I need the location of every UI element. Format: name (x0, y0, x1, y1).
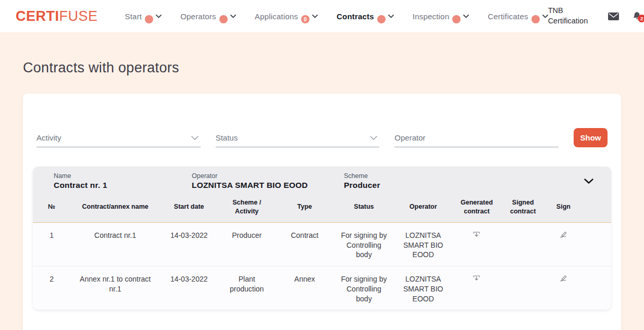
cell-spacer (582, 266, 611, 310)
chevron-down-icon (584, 179, 593, 184)
cell-status: For signing by Controlling body (333, 222, 394, 266)
org-line2: Certification (548, 16, 588, 27)
envelope-icon (608, 12, 619, 20)
top-navbar: CERTIFUSE Start Operators Applications 0… (0, 0, 644, 32)
chevron-down-icon (230, 15, 236, 18)
cell-number: 2 (33, 266, 70, 310)
activity-select[interactable]: Activity (36, 133, 201, 147)
nav-item-label: Start (125, 12, 142, 21)
nav-item-certificates[interactable]: Certificates (488, 12, 548, 21)
notifications-button[interactable]: 2 (632, 11, 642, 21)
group-name: Name Contract nr. 1 (54, 172, 192, 190)
show-button[interactable]: Show (574, 128, 608, 147)
nav-item-contracts[interactable]: Contracts (337, 12, 394, 21)
column-header: Status (333, 195, 394, 222)
nav-item-inspection[interactable]: Inspection (413, 12, 469, 21)
logo-bold-part: CERTI (16, 8, 59, 24)
column-header: Contract/annex name (70, 195, 160, 222)
cell-signed-contract (501, 266, 544, 310)
sign-contract-button[interactable] (559, 274, 568, 284)
group-scheme-value: Producer (344, 181, 582, 190)
page-content: Contracts with operators Activity Status… (0, 60, 644, 330)
signature-pen-icon (559, 274, 568, 283)
nav-count-badge: 0 (301, 15, 309, 23)
contracts-card: Activity Status Operator Show Name Contr… (23, 94, 621, 330)
table-body: 1 Contract nr.1 14-03-2022 Producer Cont… (33, 222, 611, 310)
chevron-down-icon (388, 15, 394, 18)
cell-start-date: 14-03-2022 (160, 222, 218, 266)
chevron-down-icon (463, 15, 469, 18)
chevron-down-icon (370, 136, 377, 140)
nav-item-start[interactable]: Start (125, 12, 162, 21)
cell-operator: LOZNITSA SMART BIO EOOD (394, 266, 452, 310)
column-header: Type (276, 195, 333, 222)
nav-item-label: Operators (180, 12, 216, 21)
nav-count-badge (452, 15, 461, 23)
cell-generated-contract (452, 266, 501, 310)
group-name-value: Contract nr. 1 (54, 181, 192, 190)
group-scheme-label: Scheme (344, 172, 582, 180)
cell-type: Contract (276, 222, 333, 266)
column-header: Operator (394, 195, 452, 222)
chevron-down-icon (542, 15, 548, 18)
messages-button[interactable] (608, 12, 619, 20)
nav-item-label: Inspection (413, 12, 449, 21)
group-operator-label: Operator (192, 172, 344, 180)
group-scheme: Scheme Producer (344, 172, 582, 190)
signature-pen-icon (559, 231, 568, 239)
table-header-row: №Contract/annex nameStart dateScheme / A… (33, 195, 611, 222)
cell-sign (544, 266, 582, 310)
nav-item-label: Certificates (488, 12, 528, 21)
cell-type: Annex (276, 266, 333, 310)
nav-item-label: Applications (255, 12, 298, 21)
status-select[interactable]: Status (216, 133, 380, 147)
nav-count-badge (145, 15, 153, 23)
chevron-down-icon (312, 15, 318, 18)
contracts-table: №Contract/annex nameStart dateScheme / A… (33, 195, 611, 310)
column-header: Sign (544, 195, 582, 222)
collapse-toggle-button[interactable] (582, 175, 596, 187)
nav-item-applications[interactable]: Applications 0 (255, 12, 318, 21)
download-icon (472, 231, 481, 239)
nav-item-operators[interactable]: Operators (180, 12, 236, 21)
cell-status: For signing by Controlling body (333, 266, 394, 310)
cell-operator: LOZNITSA SMART BIO EOOD (394, 222, 452, 266)
column-header-spacer (582, 195, 611, 222)
organization-name: TNB Certification (548, 6, 588, 26)
cell-contract-name: Contract nr.1 (70, 222, 160, 266)
download-contract-button[interactable] (472, 274, 481, 284)
cell-signed-contract (501, 222, 544, 266)
cell-number: 1 (33, 222, 70, 266)
filter-bar: Activity Status Operator Show (36, 128, 608, 147)
group-operator-value: LOZNITSA SMART BIO EOOD (192, 181, 344, 190)
chevron-down-icon (191, 136, 199, 140)
download-icon (472, 274, 481, 283)
activity-select-label: Activity (36, 133, 61, 142)
cell-scheme-activity: Producer (218, 222, 276, 266)
notification-count-badge: 2 (638, 15, 644, 22)
column-header: № (33, 195, 70, 222)
column-header: Signed contract (501, 195, 544, 222)
table-row: 2 Annex nr.1 to contract nr.1 14-03-2022… (33, 266, 611, 310)
nav-count-badge (377, 15, 386, 23)
group-operator: Operator LOZNITSA SMART BIO EOOD (192, 172, 344, 190)
column-header: Scheme / Activity (218, 195, 276, 222)
contract-group-header[interactable]: Name Contract nr. 1 Operator LOZNITSA SM… (33, 167, 611, 195)
app-logo[interactable]: CERTIFUSE (16, 8, 98, 24)
cell-spacer (582, 222, 611, 266)
download-contract-button[interactable] (472, 231, 481, 240)
column-header: Start date (160, 195, 218, 222)
operator-input[interactable]: Operator (394, 133, 559, 147)
navbar-right: TNB Certification 2 GI (548, 6, 644, 26)
contract-group: Name Contract nr. 1 Operator LOZNITSA SM… (33, 167, 611, 310)
main-nav: Start Operators Applications 0 Contracts… (125, 12, 548, 21)
operator-input-placeholder: Operator (394, 133, 425, 142)
sign-contract-button[interactable] (559, 231, 568, 240)
cell-scheme-activity: Plant production (218, 266, 276, 310)
cell-generated-contract (452, 222, 501, 266)
group-name-label: Name (54, 172, 192, 180)
chevron-down-icon (156, 15, 162, 18)
cell-contract-name: Annex nr.1 to contract nr.1 (70, 266, 160, 310)
page-title: Contracts with operators (23, 60, 621, 76)
column-header: Generated contract (452, 195, 501, 222)
